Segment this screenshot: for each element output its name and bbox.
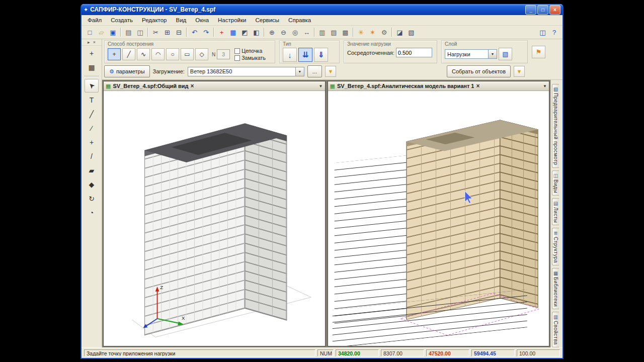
- paste-icon[interactable]: ⊟: [173, 27, 185, 38]
- layer-select[interactable]: Нагрузки ▼: [445, 49, 497, 59]
- view-front-icon[interactable]: ▨: [328, 27, 340, 38]
- layers-icon[interactable]: ◧: [251, 27, 262, 38]
- view-iso-icon[interactable]: ▩: [340, 27, 351, 38]
- analytical-model-canvas[interactable]: [328, 91, 549, 346]
- minimize-button[interactable]: _: [525, 5, 536, 15]
- load-value-input[interactable]: [396, 48, 432, 57]
- crosshair-icon[interactable]: +: [216, 27, 227, 38]
- tab-preview[interactable]: ▧ Предварительный просмотр: [552, 84, 559, 168]
- menu-item-services[interactable]: Сервисы: [251, 16, 283, 24]
- filter-icon[interactable]: ▼: [514, 66, 525, 77]
- more-button[interactable]: ...: [307, 65, 322, 77]
- layer-sheets-icon[interactable]: ▧: [499, 48, 512, 60]
- section-icon[interactable]: ◪: [394, 27, 406, 38]
- doc-close-icon[interactable]: ×: [476, 82, 479, 89]
- ellipse-tool-button[interactable]: ○: [166, 48, 179, 60]
- tab-label: Листы: [553, 207, 558, 223]
- loading-select[interactable]: Ветер 13682E50 ▼: [188, 67, 304, 76]
- collect-from-objects-button[interactable]: Собрать от объектов: [447, 65, 511, 77]
- open-folder-icon[interactable]: ▱: [96, 27, 107, 38]
- undo-icon[interactable]: ↶: [189, 27, 200, 38]
- settings-gear-icon[interactable]: ⚙: [378, 27, 390, 38]
- render-icon[interactable]: ✶: [367, 27, 378, 38]
- zoom-out-icon[interactable]: ⊖: [278, 27, 289, 38]
- cross-tool-icon[interactable]: +: [85, 135, 99, 149]
- zoom-in-icon[interactable]: ⊕: [266, 27, 278, 38]
- print-preview-icon[interactable]: ◫: [134, 27, 146, 38]
- left-dock-toolbar: ▸ × + ▦ ➤ T ╱ ∕ + / ▰ ◆ ↻ ◔: [82, 39, 102, 347]
- doc-titlebar[interactable]: ▦ SV_Ветер_4.spf:Общий вид × ▼: [104, 81, 325, 91]
- tab-structure[interactable]: ≣ Структура: [552, 228, 559, 265]
- tab-properties[interactable]: ▥ Свойства: [552, 312, 559, 347]
- dock-pin-icon[interactable]: ▸: [88, 40, 90, 45]
- collect-button-label: Собрать от объектов: [452, 68, 506, 74]
- concentrated-label: Сосредоточенная:: [347, 50, 394, 56]
- polygon-tool-button[interactable]: ◇: [195, 48, 208, 60]
- save-icon[interactable]: ▣: [107, 27, 119, 38]
- grid-icon[interactable]: ▦: [227, 27, 239, 38]
- sun-icon[interactable]: ✳: [355, 27, 367, 38]
- menu-item-view[interactable]: Вид: [172, 16, 191, 24]
- rotate-tool-icon[interactable]: ↻: [85, 192, 99, 205]
- polyline-tool-button[interactable]: ∿: [137, 48, 150, 60]
- menu-item-file[interactable]: Файл: [84, 16, 106, 24]
- distributed-load-button[interactable]: ⇊: [298, 48, 312, 62]
- view-top-icon[interactable]: ▥: [316, 27, 328, 38]
- menu-item-help[interactable]: Справка: [284, 16, 315, 24]
- arc-tool-button[interactable]: ◠: [151, 48, 165, 60]
- doc-title: SV_Ветер_4.spf:Аналитическая модель вари…: [337, 83, 474, 89]
- copy-icon[interactable]: ⊞: [162, 27, 173, 38]
- pan-icon[interactable]: ↔: [301, 27, 312, 38]
- tab-views[interactable]: ◫ Виды: [552, 170, 559, 196]
- trapezoid-load-button[interactable]: ⇓: [314, 48, 328, 62]
- maximize-button[interactable]: □: [537, 5, 548, 15]
- menu-item-windows[interactable]: Окна: [191, 16, 213, 24]
- pointer-tool-icon[interactable]: ➤: [85, 79, 99, 93]
- new-file-icon[interactable]: □: [84, 27, 96, 38]
- wireframe-icon[interactable]: ▧: [406, 27, 417, 38]
- doc-dropdown-icon[interactable]: ▼: [543, 84, 547, 88]
- redo-icon[interactable]: ↷: [200, 27, 212, 38]
- dock-close-icon[interactable]: ×: [93, 40, 96, 45]
- chain-checkbox[interactable]: [234, 48, 240, 54]
- point-tool-button[interactable]: +: [108, 48, 121, 60]
- cut-icon[interactable]: ✂: [150, 27, 162, 38]
- close-button[interactable]: ×: [549, 5, 560, 15]
- line-tool-icon[interactable]: ∕: [85, 121, 99, 135]
- text-tool-icon[interactable]: T: [85, 93, 99, 107]
- doc-titlebar[interactable]: ▦ SV_Ветер_4.spf:Аналитическая модель ва…: [328, 81, 549, 91]
- chevron-down-icon[interactable]: ▼: [488, 50, 497, 58]
- fill-tool-icon[interactable]: ◆: [85, 177, 99, 191]
- close-contour-checkbox[interactable]: [234, 55, 240, 61]
- tab-sheets[interactable]: ▤ Листы: [552, 198, 559, 225]
- eraser-tool-icon[interactable]: ▰: [85, 163, 99, 177]
- zoom-fit-icon[interactable]: ◎: [289, 27, 301, 38]
- parameters-button[interactable]: ⚙ параметры: [104, 65, 150, 77]
- general-view-canvas[interactable]: Z X: [104, 91, 325, 346]
- axis-flag-icon[interactable]: ⚑: [532, 46, 545, 58]
- doc-close-icon[interactable]: ×: [191, 82, 194, 89]
- tab-label: Виды: [553, 179, 558, 193]
- orbit-tool-icon[interactable]: ◔: [85, 206, 99, 219]
- help-icon[interactable]: ?: [548, 27, 560, 38]
- ucs-tool-icon[interactable]: +: [85, 46, 99, 60]
- ribbon-panel: Способ построения + ╱ ∿ ◠ ○ ▭ ◇ N: [102, 39, 562, 80]
- menu-item-settings[interactable]: Настройки: [214, 16, 250, 24]
- filter-icon[interactable]: ▼: [325, 66, 336, 77]
- titlebar[interactable]: ✦ САПФИР-КОНСТРУКЦИИ - SV_Ветер_4.spf _ …: [82, 4, 562, 15]
- chevron-down-icon[interactable]: ▼: [295, 67, 304, 76]
- menu-item-editor[interactable]: Редактор: [138, 16, 171, 24]
- tab-libraries[interactable]: ▦ Библиотеки: [552, 268, 559, 309]
- arrange-windows-icon[interactable]: ◫: [537, 27, 548, 38]
- print-icon[interactable]: ▤: [123, 27, 134, 38]
- line-tool-button[interactable]: ╱: [122, 48, 135, 60]
- slope-tool-icon[interactable]: /: [85, 149, 99, 163]
- n-count-input[interactable]: [217, 49, 230, 59]
- menu-item-create[interactable]: Создать: [107, 16, 137, 24]
- doc-dropdown-icon[interactable]: ▼: [319, 84, 323, 88]
- concentrated-load-button[interactable]: ↓: [283, 48, 297, 62]
- node-edit-tool-icon[interactable]: ╱: [85, 107, 99, 121]
- snap-icon[interactable]: ◩: [239, 27, 251, 38]
- grid-table-icon[interactable]: ▦: [85, 60, 99, 74]
- rectangle-tool-button[interactable]: ▭: [181, 48, 194, 60]
